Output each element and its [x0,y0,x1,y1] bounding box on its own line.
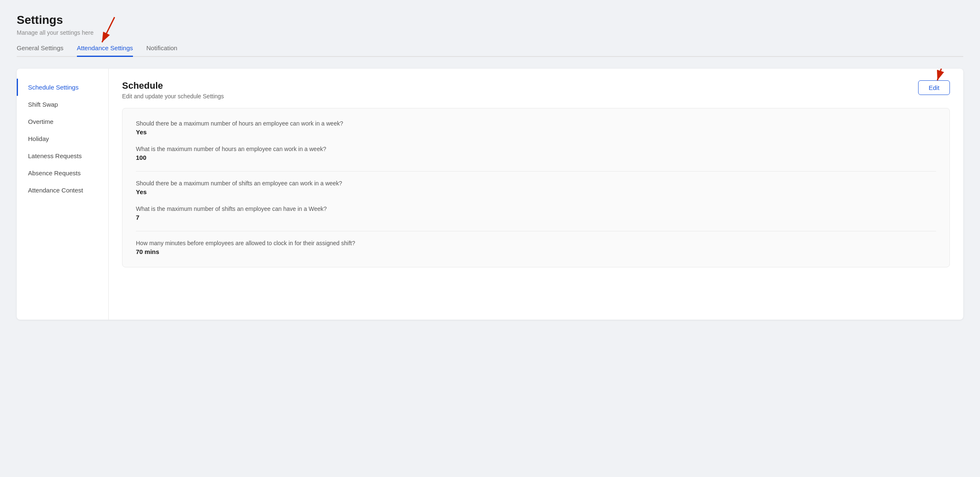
tab-notification[interactable]: Notification [146,44,177,57]
setting-question-3: What is the maximum number of shifts an … [136,205,936,212]
setting-group-2: Should there be a maximum number of shif… [136,180,936,195]
sidebar-item-lateness-requests[interactable]: Lateness Requests [17,147,108,164]
main-card: Schedule Settings Shift Swap Overtime Ho… [17,69,963,320]
setting-value-3: 7 [136,214,936,221]
page-header: Settings Manage all your settings here [17,13,963,36]
content-description: Edit and update your schedule Settings [122,93,224,100]
setting-group-4: How many minutes before employees are al… [136,240,936,255]
setting-group-3: What is the maximum number of shifts an … [136,205,936,221]
sidebar-item-attendance-contest[interactable]: Attendance Contest [17,182,108,199]
setting-value-1: 100 [136,154,936,161]
setting-value-0: Yes [136,128,936,136]
setting-value-2: Yes [136,188,936,195]
sidebar-item-holiday[interactable]: Holiday [17,130,108,147]
sidebar-item-absence-requests[interactable]: Absence Requests [17,164,108,182]
tab-attendance-settings[interactable]: Attendance Settings [77,44,133,57]
setting-group-1: What is the maximum number of hours an e… [136,146,936,161]
svg-line-3 [937,69,948,80]
sidebar-item-overtime[interactable]: Overtime [17,113,108,130]
page-title: Settings [17,13,963,27]
setting-question-1: What is the maximum number of hours an e… [136,146,936,152]
sidebar-item-schedule-settings[interactable]: Schedule Settings [17,79,108,96]
setting-question-4: How many minutes before employees are al… [136,240,936,246]
sidebar-item-shift-swap[interactable]: Shift Swap [17,96,108,113]
sidebar: Schedule Settings Shift Swap Overtime Ho… [17,69,109,320]
content-header: Schedule Edit and update your schedule S… [122,80,950,100]
content-area: Schedule Edit and update your schedule S… [109,69,963,320]
page-subtitle: Manage all your settings here [17,29,963,36]
divider-2 [136,231,936,231]
setting-question-0: Should there be a maximum number of hour… [136,120,936,127]
settings-card: Should there be a maximum number of hour… [122,108,950,267]
setting-question-2: Should there be a maximum number of shif… [136,180,936,187]
setting-group-0: Should there be a maximum number of hour… [136,120,936,136]
divider-1 [136,171,936,172]
content-title: Schedule [122,80,224,91]
tab-bar: General Settings Attendance Settings Not… [17,44,963,57]
edit-button[interactable]: Edit [918,80,950,95]
setting-value-4: 70 mins [136,248,936,255]
tab-general-settings[interactable]: General Settings [17,44,64,57]
